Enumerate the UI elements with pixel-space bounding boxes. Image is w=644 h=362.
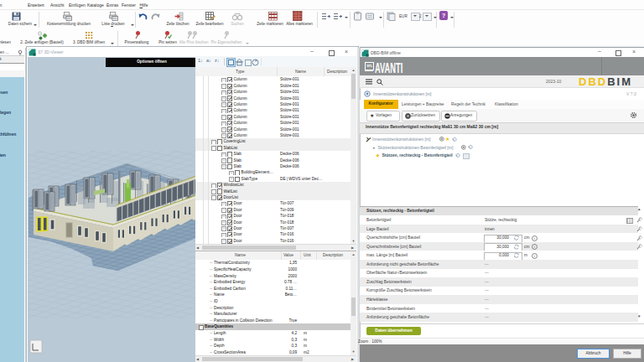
svg-text:i: i xyxy=(534,245,536,249)
svg-text:i: i xyxy=(534,236,536,240)
svg-text:i: i xyxy=(534,254,536,258)
